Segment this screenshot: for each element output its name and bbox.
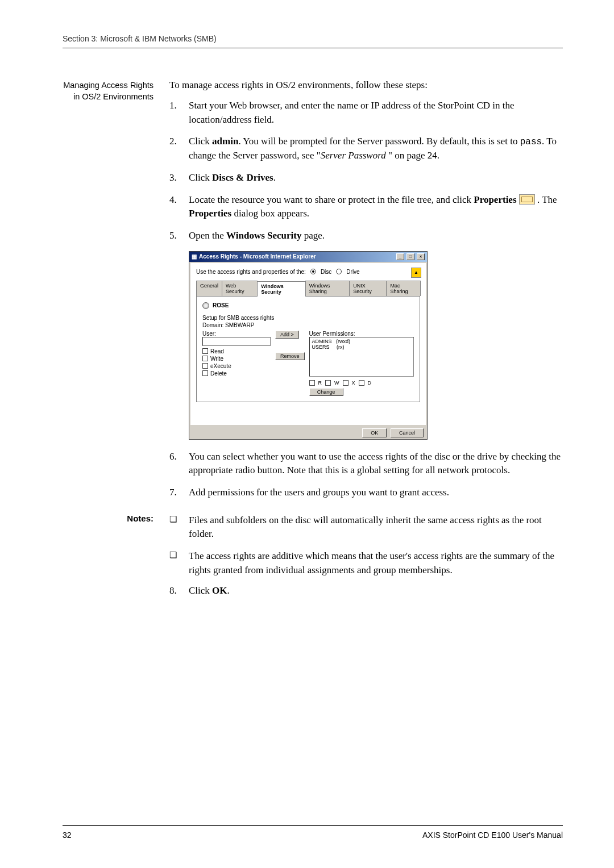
maximize-button[interactable]: □ <box>406 253 414 260</box>
topic-heading: Managing Access Rights in OS/2 Environme… <box>63 80 154 508</box>
step-7: Add permissions for the users and groups… <box>169 486 563 500</box>
step-2: Click admin. You will be prompted for th… <box>169 135 563 163</box>
note-1: Files and subfolders on the disc will au… <box>169 514 563 541</box>
section-header: Section 3: Microsoft & IBM Networks (SMB… <box>63 34 563 48</box>
radio-disc-label: Disc <box>321 269 331 275</box>
user-label: User: <box>202 331 271 337</box>
mini-check-x[interactable] <box>343 380 349 386</box>
checkbox-execute[interactable] <box>202 363 208 369</box>
axis-logo-icon: ▲ <box>411 268 421 278</box>
notes-label: Notes: <box>63 514 154 597</box>
mini-check-r[interactable] <box>309 380 315 386</box>
cancel-button[interactable]: Cancel <box>391 428 424 437</box>
radio-disc[interactable] <box>310 269 316 274</box>
ie-icon: ▦ <box>192 253 197 260</box>
step-6: You can select whether you want to use t… <box>169 450 563 478</box>
step-8: Click OK. <box>169 585 563 596</box>
permissions-label: User Permissions: <box>309 331 414 337</box>
step-5: Open the Windows Security page. <box>169 229 563 243</box>
embedded-dialog-screenshot: ▦ Access Rights - Microsoft Internet Exp… <box>169 251 563 440</box>
properties-icon <box>519 194 535 205</box>
minimize-button[interactable]: _ <box>396 253 404 260</box>
radio-drive-label: Drive <box>346 269 359 275</box>
checkbox-delete[interactable] <box>202 370 208 376</box>
disc-name: ROSE <box>213 302 229 308</box>
note-2: The access rights are additive which mea… <box>169 549 563 577</box>
radio-drive[interactable] <box>336 269 342 274</box>
tab-web-security[interactable]: Web Security <box>222 281 258 296</box>
page-number: 32 <box>63 831 72 840</box>
checkbox-write[interactable] <box>202 356 208 361</box>
step-3: Click Discs & Drives. <box>169 171 563 185</box>
permissions-list[interactable]: ADMINS (rwxd) USERS (rx) <box>309 337 414 377</box>
use-label: Use the access rights and properties of … <box>196 269 306 275</box>
step-1: Start your Web browser, and enter the na… <box>169 99 563 127</box>
dialog-titlebar: ▦ Access Rights - Microsoft Internet Exp… <box>189 252 427 262</box>
tab-general[interactable]: General <box>196 281 222 296</box>
tab-windows-sharing[interactable]: Windows Sharing <box>305 281 350 296</box>
user-input[interactable] <box>202 337 271 346</box>
tab-unix-security[interactable]: UNIX Security <box>349 281 387 296</box>
step-4: Locate the resource you want to share or… <box>169 193 563 221</box>
tab-mac-sharing[interactable]: Mac Sharing <box>386 281 421 296</box>
change-button[interactable]: Change <box>309 388 343 396</box>
dialog-title: Access Rights - Microsoft Internet Explo… <box>199 253 316 260</box>
manual-title: AXIS StorPoint CD E100 User's Manual <box>422 831 563 840</box>
setup-label: Setup for SMB access rights <box>202 315 414 321</box>
disc-icon <box>202 302 209 309</box>
domain-label: Domain: SMBWARP <box>202 322 414 328</box>
add-button[interactable]: Add > <box>275 331 299 339</box>
remove-button[interactable]: Remove <box>275 352 305 360</box>
mini-check-w[interactable] <box>325 380 331 386</box>
intro-text: To manage access rights in OS/2 environm… <box>169 80 563 91</box>
tab-windows-security[interactable]: Windows Security <box>257 281 305 297</box>
close-button[interactable]: × <box>417 253 425 260</box>
checkbox-read[interactable] <box>202 348 208 354</box>
ok-button[interactable]: OK <box>362 428 387 437</box>
dialog-tabs: General Web Security Windows Security Wi… <box>196 281 420 297</box>
mini-check-d[interactable] <box>359 380 364 386</box>
